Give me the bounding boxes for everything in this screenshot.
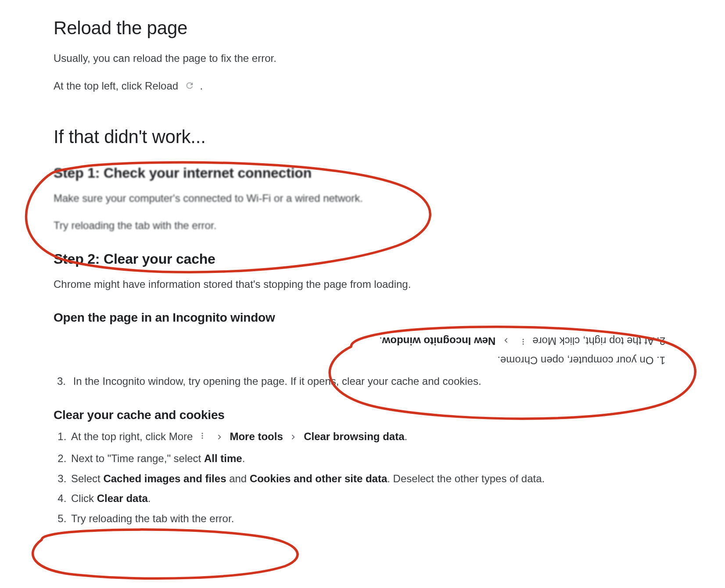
clear-li3c: and bbox=[226, 473, 249, 484]
incognito-li2a: At the top right, click More bbox=[530, 335, 654, 347]
clear-li2a: Next to "Time range," select bbox=[71, 452, 204, 464]
heading-reload-the-page: Reload the page bbox=[54, 18, 681, 39]
ordinal-1: 1. bbox=[657, 355, 665, 366]
clear-li3d: Cookies and other site data bbox=[250, 473, 387, 484]
text-click-reload: At the top left, click Reload bbox=[54, 80, 181, 92]
clear-li4c: . bbox=[148, 492, 151, 504]
heading-step2: Step 2: Clear your cache bbox=[54, 251, 681, 267]
more-icon bbox=[198, 427, 206, 448]
clear-cache-steps: At the top right, click More More tools … bbox=[54, 427, 681, 528]
paragraph-step2-line1: Chrome might have information stored tha… bbox=[54, 277, 681, 292]
clear-li3e: . Deselect the other types of data. bbox=[387, 473, 545, 484]
clear-li5: Try reloading the tab with the error. bbox=[69, 509, 681, 529]
chevron-right-icon bbox=[288, 428, 298, 448]
clear-li1d: . bbox=[405, 430, 408, 442]
incognito-li2: 2. At the top right, click More New Inco… bbox=[379, 329, 665, 350]
clear-li4a: Click bbox=[71, 492, 97, 504]
clear-li1c: Clear browsing data bbox=[304, 430, 404, 442]
chevron-right-icon bbox=[501, 329, 511, 348]
clear-li2c: . bbox=[242, 452, 245, 464]
heading-step1: Step 1: Check your internet connection bbox=[54, 165, 681, 181]
incognito-li1-text: On your computer, open Chrome. bbox=[497, 355, 653, 366]
clear-li1: At the top right, click More More tools … bbox=[69, 427, 681, 448]
incognito-li2c: . bbox=[379, 335, 382, 347]
reload-icon bbox=[185, 79, 194, 95]
ordinal-2: 2. bbox=[657, 335, 665, 347]
heading-if-that-didnt-work: If that didn't work... bbox=[54, 126, 681, 147]
incognito-flipped-text: 1. On your computer, open Chrome. 2. At … bbox=[379, 329, 665, 370]
incognito-steps-flipped: 1. On your computer, open Chrome. 2. At … bbox=[54, 329, 681, 369]
clear-li4: Click Clear data. bbox=[69, 488, 681, 509]
incognito-li3: 3. In the Incognito window, try opening … bbox=[54, 373, 681, 390]
clear-li2: Next to "Time range," select All time. bbox=[69, 448, 681, 469]
paragraph-reload-instruction: At the top left, click Reload . bbox=[54, 79, 681, 95]
chevron-right-icon bbox=[215, 428, 224, 448]
paragraph-step1-line1: Make sure your computer's connected to W… bbox=[54, 191, 681, 206]
step2-block: Step 2: Clear your cache Chrome might ha… bbox=[54, 251, 681, 528]
ordinal-3: 3. bbox=[54, 373, 66, 390]
svg-point-2 bbox=[522, 339, 524, 340]
clear-li3b: Cached images and files bbox=[103, 473, 226, 484]
step1-block: Step 1: Check your internet connection M… bbox=[54, 165, 681, 234]
svg-point-5 bbox=[202, 437, 203, 439]
svg-point-1 bbox=[522, 341, 524, 342]
incognito-li2b: New Incognito window bbox=[382, 335, 496, 347]
clear-li3a: Select bbox=[71, 473, 103, 484]
clear-li1b: More tools bbox=[230, 430, 283, 442]
clear-li3: Select Cached images and files and Cooki… bbox=[69, 469, 681, 489]
paragraph-step1-line2: Try reloading the tab with the error. bbox=[54, 218, 681, 233]
svg-point-0 bbox=[522, 343, 524, 344]
paragraph-reload-description: Usually, you can reload the page to fix … bbox=[54, 51, 681, 66]
text-period: . bbox=[200, 80, 203, 92]
svg-point-4 bbox=[202, 435, 203, 437]
incognito-li1: 1. On your computer, open Chrome. bbox=[379, 350, 665, 369]
clear-li1a: At the top right, click More bbox=[71, 430, 196, 442]
clear-li2b: All time bbox=[204, 452, 242, 464]
clear-li4b: Clear data bbox=[97, 492, 148, 504]
svg-point-3 bbox=[202, 433, 203, 434]
incognito-li3-text: In the Incognito window, try opening the… bbox=[73, 375, 481, 387]
subheading-incognito: Open the page in an Incognito window bbox=[54, 311, 681, 325]
more-icon bbox=[519, 330, 527, 349]
subheading-clear-cache: Clear your cache and cookies bbox=[54, 408, 681, 422]
